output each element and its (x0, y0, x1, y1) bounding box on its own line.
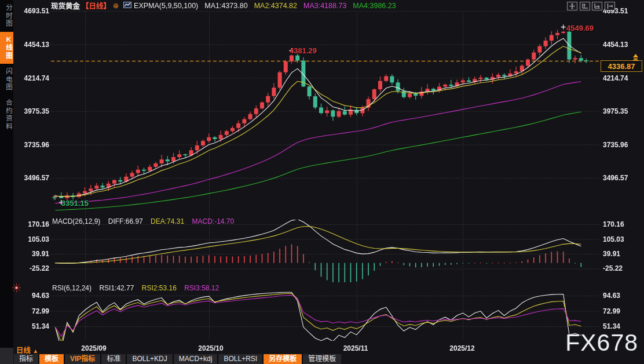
ma4-value: MA4:3986.23 (353, 2, 396, 10)
pan-right-icon[interactable] (605, 2, 615, 10)
chart-canvas[interactable] (0, 0, 644, 364)
ma1-value: MA1:4373.80 (204, 2, 247, 10)
chart-header: 现货黄金 【日线】 ⊕ EXPMA(5,9,50,100) MA1:4373.8… (51, 1, 396, 10)
ma3-value: MA3:4188.73 (303, 2, 346, 10)
triangle-up-icon: ▲ (33, 348, 39, 354)
period-tag: 【日线】 (82, 0, 111, 11)
sidebar-tab-kline[interactable]: K线图 (0, 32, 13, 64)
crosshair-pan-icon[interactable] (567, 2, 577, 10)
toolbar-item-vip-indicators[interactable]: VIP指标 (65, 354, 100, 364)
period-label: 日线 (16, 347, 31, 355)
sparkline-icon (123, 2, 131, 10)
ma2-value: MA2:4374.82 (254, 2, 297, 10)
zoom-vertical-icon[interactable] (580, 2, 590, 10)
sidebar-tab-time-chart[interactable]: 分时图 (0, 0, 13, 32)
zoom-horizontal-icon[interactable] (592, 2, 602, 10)
sidebar-bottom-corner (0, 348, 13, 364)
sidebar-tab-contract-info[interactable]: 合约资料 (0, 95, 13, 134)
toolbar-item-save-template[interactable]: 另存模板 (264, 354, 302, 364)
toolbar-item-indicators[interactable]: 指标 (14, 354, 38, 364)
add-indicator-icon[interactable]: ⊕ (113, 2, 119, 10)
toolbar-item-macd-kdj[interactable]: MACD+kdj (174, 354, 218, 364)
toolbar-item-manage-template[interactable]: 管理模板 (303, 354, 341, 364)
current-price-box: 4336.87 (601, 60, 642, 72)
toolbar-item-templates[interactable]: 模板 (39, 354, 64, 364)
toolbar-item-boll-rsi[interactable]: BOLL+RSI (218, 354, 262, 364)
toolbar-item-standard[interactable]: 标准 (101, 354, 126, 364)
expma-label: EXPMA(5,9,50,100) (134, 2, 198, 10)
bottom-toolbar: 指标 模板 VIP指标 标准 BOLL+KDJ MACD+kdj BOLL+RS… (14, 354, 341, 364)
toolbar-item-boll-kdj[interactable]: BOLL+KDJ (127, 354, 172, 364)
symbol-name: 现货黄金 (51, 0, 80, 11)
sidebar-tab-flash-chart[interactable]: 闪电图 (0, 64, 13, 96)
sidebar: 分时图 K线图 闪电图 合约资料 (0, 0, 13, 364)
